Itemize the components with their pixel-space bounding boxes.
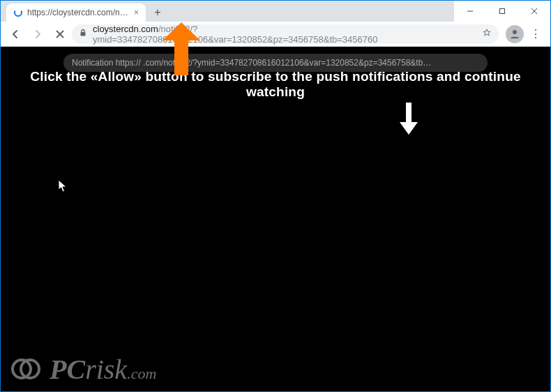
profile-avatar[interactable]: [506, 25, 524, 43]
close-window-button[interactable]: [518, 1, 550, 22]
watermark-com: .com: [127, 365, 156, 383]
titlebar: https://cloystercdn.com/notify/2/? × +: [1, 1, 550, 22]
browser-toolbar: cloystercdn.com/notify/2/?ymid=334782708…: [1, 22, 550, 47]
url-host: cloystercdn.com: [93, 24, 158, 34]
url-text: cloystercdn.com/notify/2/?ymid=334782708…: [93, 24, 476, 45]
tab-close-button[interactable]: ×: [134, 8, 139, 17]
tab-title: https://cloystercdn.com/notify/2/?: [27, 8, 130, 17]
browser-window: https://cloystercdn.com/notify/2/? × +: [0, 0, 551, 392]
bookmark-star-icon[interactable]: [482, 28, 492, 40]
watermark: PC risk .com: [9, 352, 156, 386]
svg-rect-2: [500, 9, 505, 14]
watermark-pc: PC: [50, 353, 85, 386]
svg-rect-7: [81, 32, 86, 36]
lock-icon: [79, 29, 87, 39]
notification-text: Notification https:// .com/notify/2/?ymi…: [72, 58, 431, 68]
svg-rect-9: [406, 103, 412, 123]
svg-point-8: [513, 30, 517, 34]
page-viewport: Notification https:// .com/notify/2/?ymi…: [1, 47, 550, 391]
page-headline: Click the «Allow» button to subscribe to…: [1, 69, 550, 100]
stop-reload-button[interactable]: [50, 24, 70, 45]
browser-tab[interactable]: https://cloystercdn.com/notify/2/? ×: [6, 3, 146, 22]
arrow-down-icon: [398, 103, 419, 136]
watermark-text: PC risk .com: [50, 353, 156, 386]
watermark-logo-icon: [9, 352, 43, 386]
svg-point-0: [15, 9, 22, 16]
watermark-risk: risk: [85, 353, 127, 386]
forward-button[interactable]: [27, 24, 48, 45]
tab-strip: https://cloystercdn.com/notify/2/? × +: [1, 1, 454, 22]
mouse-cursor-icon: [58, 179, 68, 196]
browser-menu-button[interactable]: ⋮: [525, 24, 546, 45]
back-button[interactable]: [5, 24, 26, 45]
maximize-button[interactable]: [486, 1, 518, 22]
new-tab-button[interactable]: +: [149, 3, 167, 22]
minimize-button[interactable]: [454, 1, 486, 22]
window-controls: [454, 1, 550, 22]
address-bar[interactable]: cloystercdn.com/notify/2/?ymid=334782708…: [72, 24, 499, 44]
tab-spinner-icon: [13, 8, 23, 17]
